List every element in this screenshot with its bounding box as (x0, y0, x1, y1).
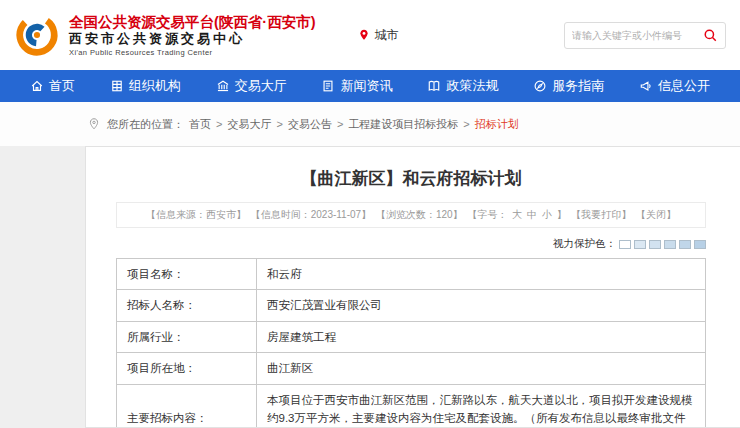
row-value: 本项目位于西安市曲江新区范围，汇新路以东，航天大道以北，项目拟开发建设规模约9.… (257, 384, 706, 428)
eye-protect-label: 视力保护色： (553, 237, 616, 251)
breadcrumb-separator: > (276, 118, 282, 130)
meta-source: 【信息来源：西安市】 (146, 209, 246, 220)
row-label: 项目名称： (117, 259, 257, 290)
nav-item-label: 新闻资讯 (340, 77, 392, 95)
breadcrumb: 您所在的位置： 首页 > 交易大厅 > 交易公告 > 工程建设项目招标投标 > … (0, 102, 740, 146)
row-value: 和云府 (257, 259, 706, 290)
project-info-table: 项目名称： 和云府 招标人名称： 西安汇茂置业有限公司 所属行业： 房屋建筑工程… (116, 258, 706, 428)
center-name: 西安市公共资源交易中心 (69, 31, 316, 47)
main-nav: 首页 组织机构 交易大厅 新闻资讯 政策法规 服务指南 信息公开 (0, 70, 740, 102)
page-title: 【曲江新区】和云府招标计划 (116, 167, 706, 190)
eye-protect-swatch[interactable] (664, 240, 676, 249)
meta-time: 【信息时间：2023-11-07】 (251, 209, 371, 220)
nav-item-service-guide[interactable]: 服务指南 (533, 77, 604, 95)
home-icon (30, 79, 44, 93)
nav-item-policies[interactable]: 政策法规 (427, 77, 498, 95)
eye-protect-swatch[interactable] (679, 240, 691, 249)
row-label: 招标人名称： (117, 290, 257, 321)
table-row: 项目名称： 和云府 (117, 259, 706, 290)
eye-protect-row: 视力保护色： (116, 237, 706, 251)
nav-item-label: 信息公开 (658, 77, 710, 95)
nav-item-label: 服务指南 (552, 77, 604, 95)
meta-fontsize-suffix: 】 (557, 209, 567, 220)
city-label: 城市 (375, 27, 399, 44)
meta-views: 【浏览次数：120】 (376, 209, 463, 220)
row-value: 曲江新区 (257, 353, 706, 384)
city-selector[interactable]: 城市 (358, 27, 399, 44)
breadcrumb-item-bid-plan: 招标计划 (475, 117, 519, 132)
eye-protect-swatch[interactable] (649, 240, 661, 249)
nav-item-organization[interactable]: 组织机构 (110, 77, 181, 95)
breadcrumb-item-home[interactable]: 首页 (189, 117, 211, 132)
breadcrumb-separator: > (463, 118, 469, 130)
breadcrumb-separator: > (337, 118, 343, 130)
fontsize-small-button[interactable]: 小 (542, 209, 552, 220)
nav-item-trading-hall[interactable]: 交易大厅 (216, 77, 287, 95)
site-header: 全国公共资源交易平台(陕西省·西安市) 西安市公共资源交易中心 Xi'an Pu… (0, 0, 740, 70)
table-row: 主要招标内容： 本项目位于西安市曲江新区范围，汇新路以东，航天大道以北，项目拟开… (117, 384, 706, 428)
nav-item-label: 交易大厅 (235, 77, 287, 95)
search-icon[interactable] (703, 28, 718, 43)
megaphone-icon (639, 79, 653, 93)
nav-item-label: 组织机构 (129, 77, 181, 95)
compass-icon (533, 79, 547, 93)
eye-protect-swatch[interactable] (619, 240, 631, 249)
row-label: 所属行业： (117, 321, 257, 352)
breadcrumb-item-announcements[interactable]: 交易公告 (288, 117, 332, 132)
meta-fontsize-prefix: 【字号： (467, 209, 507, 220)
print-button[interactable]: 【我要打印】 (571, 209, 631, 220)
fontsize-medium-button[interactable]: 中 (527, 209, 537, 220)
site-title: 全国公共资源交易平台(陕西省·西安市) (69, 13, 316, 31)
trading-hall-icon (216, 79, 230, 93)
row-value: 西安汇茂置业有限公司 (257, 290, 706, 321)
row-label: 项目所在地： (117, 353, 257, 384)
table-row: 项目所在地： 曲江新区 (117, 353, 706, 384)
search-box (564, 22, 726, 49)
article-card: 【曲江新区】和云府招标计划 【信息来源：西安市】 【信息时间：2023-11-0… (85, 146, 740, 428)
eye-protect-swatch[interactable] (634, 240, 646, 249)
nav-item-label: 政策法规 (446, 77, 498, 95)
breadcrumb-pin-icon (88, 118, 100, 130)
fontsize-large-button[interactable]: 大 (512, 209, 522, 220)
breadcrumb-item-construction-bidding[interactable]: 工程建设项目招标投标 (348, 117, 458, 132)
row-value: 房屋建筑工程 (257, 321, 706, 352)
location-pin-icon (358, 29, 370, 41)
nav-item-info-disclosure[interactable]: 信息公开 (639, 77, 710, 95)
breadcrumb-prefix: 您所在的位置： (107, 117, 184, 132)
policy-book-icon (427, 79, 441, 93)
news-icon (321, 79, 335, 93)
nav-item-news[interactable]: 新闻资讯 (321, 77, 392, 95)
nav-item-home[interactable]: 首页 (30, 77, 75, 95)
table-row: 所属行业： 房屋建筑工程 (117, 321, 706, 352)
row-label: 主要招标内容： (117, 384, 257, 428)
site-titles: 全国公共资源交易平台(陕西省·西安市) 西安市公共资源交易中心 Xi'an Pu… (69, 13, 316, 57)
main-area: 【曲江新区】和云府招标计划 【信息来源：西安市】 【信息时间：2023-11-0… (0, 146, 740, 428)
article-meta: 【信息来源：西安市】 【信息时间：2023-11-07】 【浏览次数：120】 … (116, 202, 706, 228)
close-button[interactable]: 【关闭】 (636, 209, 676, 220)
search-input[interactable] (572, 30, 703, 41)
eye-protect-swatch[interactable] (694, 240, 706, 249)
site-logo-icon (14, 12, 60, 58)
table-row: 招标人名称： 西安汇茂置业有限公司 (117, 290, 706, 321)
organization-icon (110, 79, 124, 93)
breadcrumb-separator: > (216, 118, 222, 130)
breadcrumb-item-trading-hall[interactable]: 交易大厅 (227, 117, 271, 132)
nav-item-label: 首页 (49, 77, 75, 95)
center-name-en: Xi'an Public Resources Trading Center (69, 48, 316, 57)
